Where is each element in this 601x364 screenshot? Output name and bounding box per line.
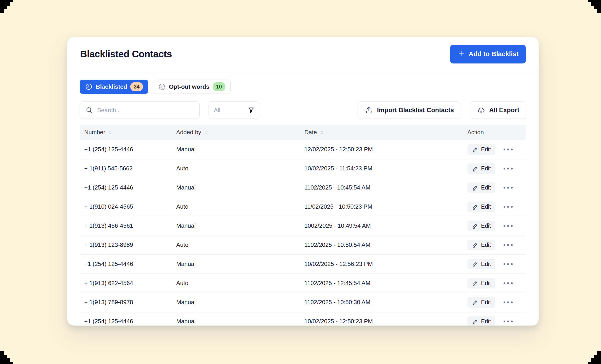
tab-blacklisted-label: Blacklisted [96,83,127,90]
cell-number: +1 (254) 125-4446 [84,260,176,267]
sort-icon [204,130,209,135]
table-header-row: Number Added by Date [80,125,526,140]
cell-date: 1102/2025 - 10:50:30 AM [304,299,467,306]
sort-icon [320,130,325,135]
cell-added-by: Auto [176,241,304,248]
table-body: +1 (254) 125-4446 Manual 12/02/2025 - 12… [80,140,526,325]
tab-blacklisted-count-badge: 34 [130,82,143,91]
search-box [80,101,200,119]
cell-added-by: Manual [176,146,304,153]
edit-button[interactable]: Edit [467,316,495,326]
row-menu-button[interactable] [502,166,514,171]
column-header-date[interactable]: Date [304,129,467,136]
row-menu-button[interactable] [502,300,514,305]
row-menu-button[interactable] [502,281,514,286]
table-row: + 1(913) 456-4561 Manual 1002/2025 - 10:… [80,216,526,236]
edit-button[interactable]: Edit [467,202,495,212]
edit-button[interactable]: Edit [467,297,495,308]
page-title: Blacklisted Contacts [80,49,172,59]
table-row: +1 (254) 125-4446 Manual 10/02/2025 - 12… [80,255,526,274]
row-menu-button[interactable] [502,185,514,190]
add-to-blacklist-label: Add to Blacklist [469,50,519,58]
cell-number: + 1(913) 622-4564 [84,280,176,287]
cell-action: Edit [467,221,526,231]
cell-added-by: Auto [176,165,304,172]
all-export-button[interactable]: All Export [470,101,526,119]
import-blacklist-contacts-label: Import Blacklist Contacts [377,107,454,114]
cell-date: 10/02/2025 - 12:56:23 PM [304,260,467,267]
edit-button-label: Edit [481,203,491,210]
tab-opt-out-words[interactable]: Opt-out words 10 [153,80,230,94]
table-row: +1 (254) 125-4446 Manual 1102/2025 - 10:… [80,178,526,197]
edit-button[interactable]: Edit [467,221,495,231]
pencil-icon [472,165,478,172]
pencil-icon [472,242,478,248]
tab-blacklisted[interactable]: Blacklisted 34 [80,80,148,94]
cell-action: Edit [467,259,526,269]
edit-button[interactable]: Edit [467,144,495,155]
table-row: + 1(910) 024-4565 Auto 11/02/2025 - 10:5… [80,197,526,216]
pencil-icon [472,185,478,191]
edit-button-label: Edit [481,184,491,191]
cell-added-by: Manual [176,318,304,325]
cell-number: + 1(913) 456-4561 [84,222,176,229]
cell-action: Edit [467,240,526,250]
cell-number: + 1(910) 024-4565 [84,203,176,210]
row-menu-button[interactable] [502,319,514,324]
pencil-icon [472,318,478,325]
cell-date: 1102/2025 - 10:50:54 AM [304,241,467,248]
import-blacklist-contacts-button[interactable]: Import Blacklist Contacts [358,101,461,119]
cell-date: 11/02/2025 - 10:50:23 PM [304,203,467,210]
add-to-blacklist-button[interactable]: Add to Blacklist [450,45,526,63]
search-input[interactable] [97,107,194,114]
edit-button-label: Edit [481,299,491,305]
edit-button[interactable]: Edit [467,259,495,269]
edit-button[interactable]: Edit [467,278,495,288]
filter-dropdown[interactable]: All [209,101,260,119]
row-menu-button[interactable] [502,204,514,209]
cell-number: + 1(913) 123-8989 [84,241,176,248]
row-menu-button[interactable] [502,223,514,229]
column-header-added-by[interactable]: Added by [176,129,304,136]
cloud-download-icon [477,106,485,114]
cell-date: 1102/2025 - 10:45:54 AM [304,184,467,191]
cell-number: +1 (254) 125-4446 [84,146,176,153]
row-menu-button[interactable] [502,147,514,152]
cell-number: +1 (254) 125-4446 [84,184,176,191]
cell-added-by: Auto [176,280,304,287]
edit-button-label: Edit [481,318,491,325]
cell-action: Edit [467,182,526,193]
corner-mask [588,351,601,364]
sort-icon [108,130,113,135]
cell-action: Edit [467,163,526,174]
upload-icon [365,106,373,114]
row-menu-button[interactable] [502,261,514,267]
edit-button-label: Edit [481,242,491,248]
edit-button[interactable]: Edit [467,163,495,174]
row-menu-button[interactable] [502,242,514,248]
clock-check-icon [158,83,166,90]
table-row: + 1(913) 789-8978 Manual 1102/2025 - 10:… [80,293,526,312]
cell-action: Edit [467,297,526,308]
card-header: Blacklisted Contacts Add to Blacklist [67,37,539,71]
cell-date: 1002/2025 - 10:49:54 AM [304,222,467,229]
pencil-icon [472,146,478,153]
cell-added-by: Manual [176,260,304,267]
edit-button-label: Edit [481,280,491,286]
table-row: + 1(913) 622-4564 Auto 1102/2025 - 12:45… [80,274,526,293]
cell-added-by: Auto [176,203,304,210]
plus-icon [457,49,465,59]
table-row: + 1(911) 545-5662 Auto 10/02/2025 - 11:5… [80,159,526,178]
tab-opt-out-words-count-badge: 10 [213,82,225,91]
cell-date: 1102/2025 - 12:45:54 AM [304,280,467,287]
cell-action: Edit [467,316,526,326]
toolbar: All Import Blacklist Contacts [80,101,526,119]
column-header-number[interactable]: Number [84,129,176,136]
edit-button[interactable]: Edit [467,240,495,250]
tab-opt-out-words-label: Opt-out words [169,83,210,90]
tabs: Blacklisted 34 Opt-out words 10 [80,80,526,94]
edit-button[interactable]: Edit [467,182,495,193]
blacklist-table: Number Added by Date [80,125,526,325]
cell-number: + 1(911) 545-5662 [84,165,176,172]
corner-mask [588,0,601,19]
